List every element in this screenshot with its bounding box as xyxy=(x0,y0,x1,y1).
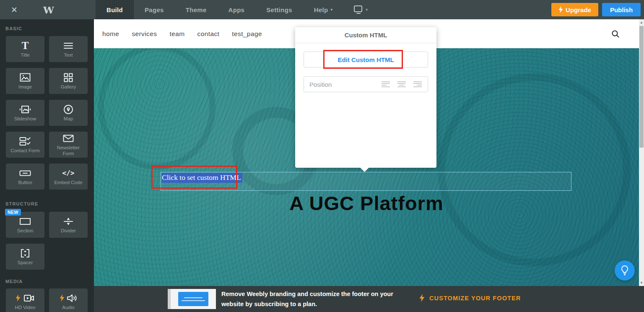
element-tile-slideshow[interactable]: Slideshow xyxy=(6,100,44,126)
hero-pattern-ring xyxy=(98,48,216,170)
tile-label: Embed Code xyxy=(52,180,84,185)
device-preview-dropdown[interactable]: ▾ xyxy=(343,0,374,19)
topbar-actions: Upgrade Publish xyxy=(551,3,641,16)
nav-link-contact[interactable]: contact xyxy=(197,30,219,38)
section-icon xyxy=(19,216,31,227)
embed-code-icon: </> xyxy=(62,168,75,179)
top-menu: Build Pages Theme Apps Settings Help ▾ xyxy=(96,0,374,19)
tips-button[interactable] xyxy=(615,260,635,281)
slideshow-icon xyxy=(19,104,31,115)
element-tile-divider[interactable]: Divider xyxy=(49,212,88,238)
element-tile-title[interactable]: T Title xyxy=(6,36,44,62)
lightning-bolt-icon xyxy=(419,294,425,302)
element-tile-section[interactable]: Section xyxy=(6,212,44,238)
spacer-icon xyxy=(20,248,31,259)
text-icon xyxy=(63,40,73,51)
tile-label: Slideshow xyxy=(13,116,38,122)
element-sidebar: BASIC T Title Text Image xyxy=(0,19,94,312)
element-tile-embed-code[interactable]: </> Embed Code xyxy=(49,164,88,190)
tab-apps-label: Apps xyxy=(229,6,245,13)
tab-build-label: Build xyxy=(106,6,123,13)
publish-label: Publish xyxy=(610,6,633,13)
top-bar: ✕ W Build Pages Theme Apps Settings Help… xyxy=(0,0,644,19)
tab-pages[interactable]: Pages xyxy=(134,0,175,19)
weebly-editor: ✕ W Build Pages Theme Apps Settings Help… xyxy=(0,0,644,312)
audio-icon xyxy=(66,294,78,303)
nav-link-services[interactable]: services xyxy=(132,30,157,38)
publish-button[interactable]: Publish xyxy=(602,3,641,16)
element-tile-text[interactable]: Text xyxy=(49,36,88,62)
upgrade-label: Upgrade xyxy=(566,6,591,13)
hero-title[interactable]: A UGC Platform xyxy=(94,192,639,215)
tab-theme-label: Theme xyxy=(186,6,207,13)
element-tile-gallery[interactable]: Gallery xyxy=(49,68,88,94)
tile-label: Gallery xyxy=(59,84,78,90)
tile-label: Button xyxy=(16,180,34,185)
map-icon xyxy=(63,104,73,115)
position-setting-row: Position xyxy=(304,76,428,92)
scroll-down-icon[interactable]: ▼ xyxy=(639,280,644,286)
align-left-icon[interactable] xyxy=(381,81,390,88)
nav-link-team[interactable]: team xyxy=(169,30,184,38)
embed-placeholder-text[interactable]: Click to set custom HTML xyxy=(161,173,242,183)
popup-title: Custom HTML xyxy=(295,27,436,43)
footer-preview-card xyxy=(178,292,208,306)
branding-message: Remove Weebly branding and customize the… xyxy=(221,289,406,309)
element-tile-map[interactable]: Map xyxy=(49,100,88,126)
divider-icon xyxy=(63,216,73,227)
tile-label: HD Video xyxy=(13,305,37,310)
nav-link-home[interactable]: home xyxy=(102,30,119,38)
edit-custom-html-button[interactable]: Edit Custom HTML xyxy=(304,52,428,68)
element-tile-audio[interactable]: Audio xyxy=(49,289,88,312)
tab-apps[interactable]: Apps xyxy=(218,0,256,19)
customize-footer-link[interactable]: CUSTOMIZE YOUR FOOTER xyxy=(419,294,521,302)
site-nav-links: home services team contact test_page xyxy=(102,30,262,38)
hd-video-icon xyxy=(22,294,35,302)
pro-lightning-bolt-icon xyxy=(16,294,21,302)
branding-footer-bar: Remove Weebly branding and customize the… xyxy=(94,286,644,312)
customize-footer-label: CUSTOMIZE YOUR FOOTER xyxy=(429,295,521,302)
hero-pattern-ring xyxy=(438,73,631,266)
tile-label: Map xyxy=(62,116,75,122)
tab-help-label: Help xyxy=(314,6,328,13)
tab-build[interactable]: Build xyxy=(96,0,134,19)
align-right-icon[interactable] xyxy=(413,81,422,88)
custom-html-popup: Custom HTML Edit Custom HTML Position xyxy=(295,27,436,168)
element-tile-newsletter-form[interactable]: Newsletter Form xyxy=(49,132,88,158)
tile-label: Title xyxy=(19,52,31,58)
canvas-scrollbar[interactable]: ▲ ▼ xyxy=(639,19,644,286)
tab-theme[interactable]: Theme xyxy=(175,0,218,19)
structure-elements-grid: Section Divider Spacer xyxy=(6,212,88,270)
footer-preview-thumbnail xyxy=(168,289,216,309)
monitor-icon xyxy=(353,5,364,14)
new-badge: NEW xyxy=(5,209,21,216)
element-tile-contact-form[interactable]: Contact Form xyxy=(6,132,44,158)
title-icon: T xyxy=(22,40,29,51)
lightbulb-icon xyxy=(620,265,630,276)
section-title-basic: BASIC xyxy=(5,26,22,31)
tile-label: Contact Form xyxy=(9,148,42,153)
element-tile-spacer[interactable]: Spacer xyxy=(6,244,44,270)
element-tile-image[interactable]: Image xyxy=(6,68,44,94)
upgrade-button[interactable]: Upgrade xyxy=(551,3,598,16)
scrollbar-thumb[interactable] xyxy=(639,26,644,148)
button-icon xyxy=(19,168,31,179)
element-tile-hd-video[interactable]: HD Video xyxy=(6,289,44,312)
align-center-icon[interactable] xyxy=(397,81,406,88)
pro-lightning-bolt-icon xyxy=(60,294,65,302)
site-search-button[interactable] xyxy=(611,30,620,40)
tile-label: Audio xyxy=(60,305,76,310)
position-label: Position xyxy=(309,81,381,88)
gallery-icon xyxy=(64,72,73,83)
lightning-bolt-icon xyxy=(558,6,563,13)
tab-help[interactable]: Help ▾ xyxy=(303,0,344,19)
tile-label: Image xyxy=(17,84,34,90)
nav-link-test-page[interactable]: test_page xyxy=(232,30,262,38)
close-icon[interactable]: ✕ xyxy=(7,0,22,19)
weebly-logo[interactable]: W xyxy=(41,0,56,19)
scroll-up-icon[interactable]: ▲ xyxy=(639,19,644,26)
element-tile-button[interactable]: Button xyxy=(6,164,44,190)
contact-form-icon xyxy=(19,136,31,147)
tab-settings-label: Settings xyxy=(266,6,292,13)
tab-settings[interactable]: Settings xyxy=(255,0,303,19)
